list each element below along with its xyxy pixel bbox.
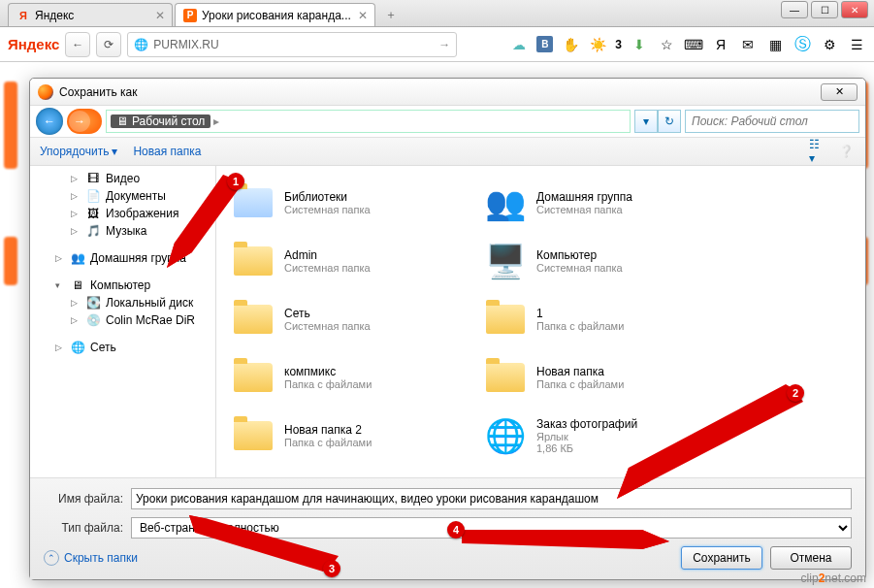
- item-name: Библиотеки: [284, 190, 371, 204]
- reload-button[interactable]: ⟳: [96, 32, 121, 57]
- item-name: Заказ фотографий: [536, 417, 637, 431]
- tree-item[interactable]: ▾🖥Компьютер: [32, 277, 213, 294]
- tab-purmix[interactable]: Р Уроки рисования каранда... ✕: [175, 3, 375, 26]
- tab-yandex[interactable]: Я Яндекс ✕: [8, 3, 173, 26]
- chevron-down-icon[interactable]: ▾: [634, 110, 658, 133]
- url-input[interactable]: [153, 38, 434, 51]
- tree-item[interactable]: ▷🎞Видео: [32, 170, 213, 187]
- dialog-close-button[interactable]: ✕: [821, 83, 858, 101]
- file-list[interactable]: БиблиотекиСистемная папка👥Домашняя групп…: [216, 166, 865, 477]
- nav-back-button[interactable]: ←: [36, 108, 63, 135]
- search-input[interactable]: [692, 111, 853, 132]
- expand-icon[interactable]: ▷: [71, 191, 81, 201]
- chevron-down-icon: ▾: [112, 145, 117, 158]
- list-item[interactable]: 👥Домашняя группаСистемная папка: [476, 174, 728, 232]
- back-button[interactable]: ←: [65, 32, 90, 57]
- menu-icon[interactable]: ☰: [847, 35, 866, 54]
- help-icon[interactable]: ❔: [836, 142, 856, 161]
- expand-icon[interactable]: ▷: [55, 343, 65, 352]
- expand-icon[interactable]: ▷: [71, 209, 81, 218]
- keyboard-icon[interactable]: ⌨: [684, 35, 703, 54]
- list-item[interactable]: AdminСистемная папка: [224, 232, 476, 290]
- item-sub: Системная папка: [536, 204, 632, 215]
- filename-input[interactable]: [131, 488, 852, 509]
- list-item[interactable]: компмиксПапка с файлами: [224, 348, 476, 407]
- tree-item[interactable]: ▷👥Домашняя группа: [32, 249, 213, 267]
- item-icon: [230, 296, 276, 343]
- filetype-label: Тип файла:: [44, 521, 131, 535]
- tree-item[interactable]: ▷🖼Изображения: [32, 205, 213, 222]
- mail-icon[interactable]: ✉: [738, 35, 758, 54]
- expand-icon[interactable]: ▷: [55, 253, 65, 263]
- list-item[interactable]: Новая папкаПапка с файлами: [476, 348, 728, 407]
- address-bar: Яндекс ← ⟳ 🌐 → ☁ B ✋ ☀️ 3 ⬇ ☆ ⌨ Я ✉ ▦ Ⓢ …: [0, 27, 874, 62]
- minimize-button[interactable]: —: [781, 1, 808, 18]
- vk-icon[interactable]: B: [536, 36, 553, 52]
- filename-label: Имя файла:: [44, 492, 131, 506]
- save-button[interactable]: Сохранить: [681, 546, 762, 570]
- skype-icon[interactable]: Ⓢ: [793, 35, 812, 54]
- new-tab-button[interactable]: ＋: [381, 5, 401, 24]
- item-sub: Системная папка: [284, 320, 371, 332]
- expand-icon[interactable]: ▷: [71, 226, 81, 236]
- item-icon: [230, 412, 276, 459]
- star-icon[interactable]: ☆: [657, 35, 676, 54]
- maximize-button[interactable]: ☐: [811, 1, 838, 18]
- expand-icon[interactable]: ▷: [71, 298, 81, 308]
- go-icon[interactable]: →: [438, 38, 450, 51]
- organize-button[interactable]: Упорядочить ▾: [40, 145, 117, 158]
- folder-icon: 💽: [85, 296, 101, 310]
- close-icon[interactable]: ✕: [153, 9, 167, 22]
- item-sub: Ярлык: [536, 431, 637, 442]
- save-as-dialog: Сохранить как ✕ ← → 🖥Рабочий стол ▸ ▾ ↻ …: [29, 78, 866, 580]
- tree-item[interactable]: ▷📄Документы: [32, 187, 213, 205]
- list-item[interactable]: СетьСистемная папка: [224, 290, 476, 348]
- list-item[interactable]: 🌐Заказ фотографийЯрлык1,86 КБ: [476, 407, 728, 465]
- chevron-up-icon: ⌃: [44, 550, 59, 566]
- item-icon: [482, 296, 529, 343]
- item-name: Новая папка: [536, 365, 624, 378]
- list-item[interactable]: 1Папка с файлами: [476, 290, 728, 348]
- tree-item[interactable]: ▷💽Локальный диск: [32, 294, 213, 311]
- item-size: 1,86 КБ: [536, 442, 637, 454]
- list-item[interactable]: БиблиотекиСистемная папка: [224, 174, 476, 232]
- url-box[interactable]: 🌐 →: [127, 32, 457, 57]
- dialog-nav: ← → 🖥Рабочий стол ▸ ▾ ↻: [30, 106, 865, 137]
- refresh-icon[interactable]: ↻: [658, 110, 681, 133]
- list-item[interactable]: 🖥️КомпьютерСистемная папка: [476, 232, 728, 290]
- tree-item[interactable]: ▷🎵Музыка: [32, 222, 213, 240]
- expand-icon[interactable]: ▷: [71, 315, 81, 325]
- expand-icon[interactable]: ▾: [55, 280, 65, 290]
- filetype-select[interactable]: Веб-страница, полностью: [131, 517, 852, 539]
- tree-label: Сеть: [90, 341, 116, 354]
- tree-item[interactable]: ▷💿Colin McRae DiR: [32, 311, 213, 329]
- tree-label: Домашняя группа: [90, 251, 186, 265]
- gear-icon[interactable]: ⚙: [820, 35, 839, 54]
- breadcrumb[interactable]: 🖥Рабочий стол ▸: [106, 110, 631, 133]
- tab-label: Яндекс: [35, 9, 74, 22]
- folder-icon: 🖥: [70, 278, 85, 292]
- close-button[interactable]: ✕: [841, 1, 868, 18]
- annotation-4: 4: [447, 521, 465, 539]
- item-name: компмикс: [284, 365, 372, 378]
- close-icon[interactable]: ✕: [356, 9, 370, 22]
- cancel-button[interactable]: Отмена: [770, 546, 852, 570]
- favicon-purmix: Р: [183, 9, 197, 22]
- cloud-download-icon[interactable]: ☁: [509, 35, 529, 54]
- hand-icon[interactable]: ✋: [561, 35, 580, 54]
- chevron-right-icon[interactable]: ▸: [210, 114, 222, 128]
- hide-folders-button[interactable]: ⌃ Скрыть папки: [44, 550, 138, 566]
- new-folder-button[interactable]: Новая папка: [133, 145, 201, 158]
- folder-tree[interactable]: ▷🎞Видео▷📄Документы▷🖼Изображения▷🎵Музыка▷…: [30, 166, 216, 477]
- tree-item[interactable]: ▷🌐Сеть: [32, 339, 213, 356]
- list-item[interactable]: Новая папка 2Папка с файлами: [224, 407, 476, 465]
- translate-icon[interactable]: Я: [711, 35, 730, 54]
- apps-icon[interactable]: ▦: [765, 35, 785, 54]
- annotation-1: 1: [227, 173, 244, 190]
- folder-icon: 🖼: [85, 207, 101, 220]
- download-icon[interactable]: ⬇: [630, 35, 649, 54]
- nav-forward-button[interactable]: →: [69, 111, 90, 132]
- expand-icon[interactable]: ▷: [71, 174, 81, 183]
- view-icon[interactable]: ☷ ▾: [809, 142, 828, 161]
- search-box[interactable]: [685, 110, 859, 133]
